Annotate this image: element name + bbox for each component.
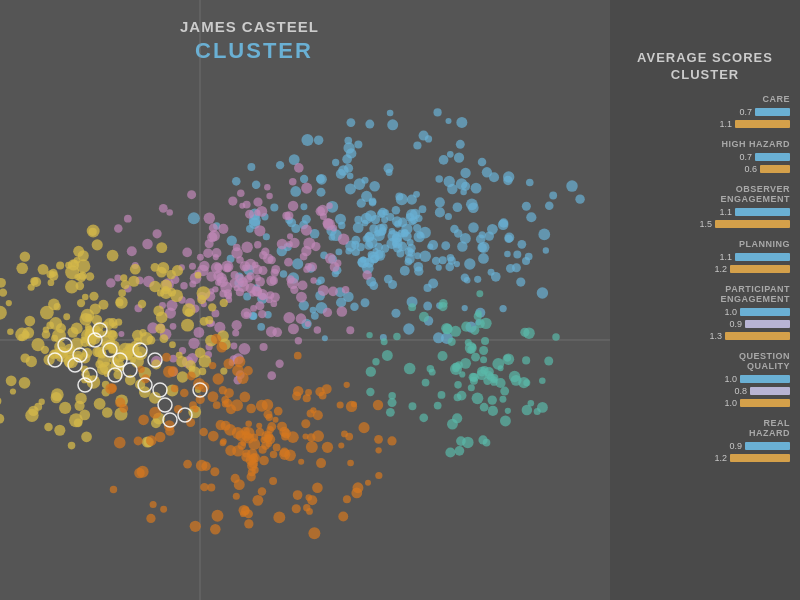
svg-point-941 <box>522 356 530 364</box>
svg-point-968 <box>500 387 509 396</box>
svg-point-689 <box>94 398 106 410</box>
svg-point-411 <box>338 233 350 245</box>
svg-point-906 <box>351 488 362 499</box>
svg-point-441 <box>337 306 348 317</box>
svg-point-138 <box>485 231 494 240</box>
svg-point-309 <box>284 258 293 267</box>
bar-row: 1.5 <box>620 219 790 229</box>
svg-point-206 <box>369 181 380 192</box>
svg-point-714 <box>10 388 16 394</box>
svg-point-561 <box>160 334 169 343</box>
svg-point-437 <box>310 277 316 283</box>
svg-point-430 <box>189 281 196 288</box>
svg-point-748 <box>273 511 285 523</box>
svg-point-950 <box>520 328 529 337</box>
svg-point-710 <box>189 365 196 372</box>
svg-point-273 <box>428 278 438 288</box>
svg-point-521 <box>25 316 36 327</box>
svg-point-601 <box>177 371 188 382</box>
bar-fill <box>730 265 790 273</box>
bar-row: 1.0 <box>620 307 790 317</box>
svg-point-92 <box>365 120 374 129</box>
svg-point-234 <box>316 174 327 185</box>
svg-point-208 <box>391 309 400 318</box>
svg-point-246 <box>549 192 557 200</box>
bar-fill <box>745 320 790 328</box>
svg-point-165 <box>423 302 432 311</box>
svg-point-401 <box>290 286 298 294</box>
svg-point-719 <box>65 265 79 279</box>
svg-point-959 <box>478 435 487 444</box>
svg-point-98 <box>419 250 430 261</box>
svg-point-418 <box>197 254 204 261</box>
svg-point-553 <box>220 368 227 375</box>
svg-point-300 <box>289 178 297 186</box>
svg-point-54 <box>513 250 521 258</box>
svg-point-463 <box>253 197 262 206</box>
svg-point-541 <box>26 356 37 367</box>
bar-value: 0.9 <box>720 319 742 329</box>
svg-point-278 <box>461 182 470 191</box>
svg-point-580 <box>20 251 30 261</box>
svg-point-713 <box>199 368 207 376</box>
bar-fill <box>745 442 790 450</box>
svg-point-232 <box>504 235 513 244</box>
svg-point-780 <box>303 504 310 511</box>
svg-point-892 <box>160 506 167 513</box>
svg-point-269 <box>405 254 415 264</box>
svg-point-868 <box>346 401 357 412</box>
svg-point-836 <box>231 474 240 483</box>
svg-point-253 <box>361 177 368 184</box>
svg-point-977 <box>381 338 388 345</box>
bar-row: 0.8 <box>620 386 790 396</box>
bar-fill <box>735 208 790 216</box>
svg-point-347 <box>305 321 311 327</box>
svg-point-277 <box>384 163 394 173</box>
svg-point-1008 <box>454 393 462 401</box>
svg-point-120 <box>300 203 307 210</box>
svg-point-266 <box>425 135 432 142</box>
svg-point-543 <box>63 313 70 320</box>
svg-point-171 <box>396 193 408 205</box>
svg-point-257 <box>362 220 369 227</box>
svg-point-444 <box>254 225 265 236</box>
svg-point-372 <box>266 276 276 286</box>
svg-point-694 <box>115 296 127 308</box>
svg-point-579 <box>76 282 85 291</box>
svg-point-352 <box>233 244 241 252</box>
svg-point-113 <box>247 163 255 171</box>
svg-point-200 <box>398 242 407 251</box>
metrics-list: CARE0.71.1HIGH HAZARD0.70.6OBSERVER ENGA… <box>610 94 800 463</box>
svg-point-116 <box>525 253 533 261</box>
svg-point-194 <box>474 276 481 283</box>
svg-point-435 <box>246 283 256 293</box>
svg-point-393 <box>224 289 232 297</box>
svg-point-915 <box>472 393 484 405</box>
svg-point-716 <box>111 322 117 328</box>
bar-value: 0.7 <box>730 152 752 162</box>
svg-point-216 <box>439 256 447 264</box>
svg-point-824 <box>146 514 155 523</box>
svg-point-946 <box>445 447 455 457</box>
svg-point-474 <box>286 275 294 283</box>
bar-fill <box>740 375 790 383</box>
svg-point-608 <box>208 303 216 311</box>
svg-point-718 <box>23 327 35 339</box>
svg-point-544 <box>197 286 211 300</box>
svg-point-458 <box>264 184 270 190</box>
svg-point-428 <box>284 211 293 220</box>
svg-point-445 <box>271 265 280 274</box>
svg-point-91 <box>345 183 356 194</box>
svg-point-325 <box>203 248 213 258</box>
svg-point-831 <box>293 386 303 396</box>
svg-point-142 <box>478 158 487 167</box>
svg-point-911 <box>448 338 456 346</box>
svg-point-392 <box>152 229 161 238</box>
svg-point-209 <box>445 118 451 124</box>
svg-point-943 <box>470 326 479 335</box>
score-item: CARE0.71.1 <box>610 94 800 129</box>
bar-fill <box>735 120 790 128</box>
svg-point-427 <box>266 326 277 337</box>
svg-point-794 <box>313 410 323 420</box>
svg-point-817 <box>293 490 303 500</box>
